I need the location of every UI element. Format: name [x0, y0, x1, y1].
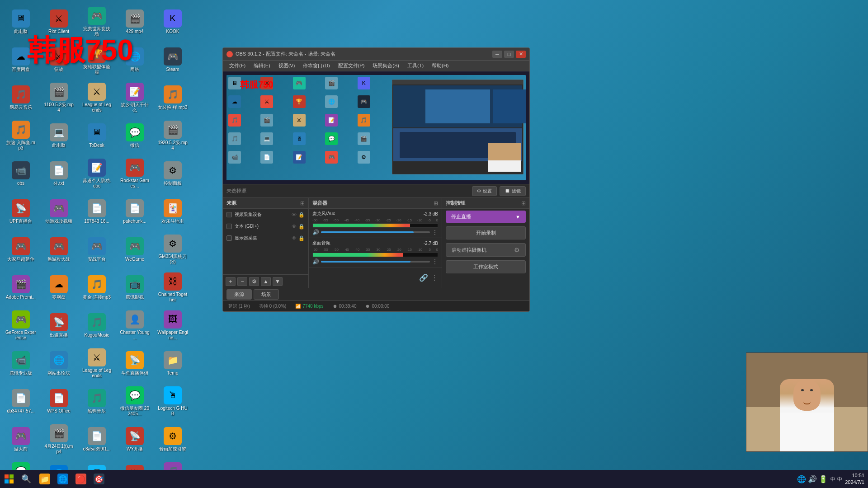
taskbar-item-app2[interactable]: 🎯: [90, 470, 108, 488]
icon-rockstar[interactable]: 🎮 Rockstar Games...: [118, 155, 152, 192]
icon-live[interactable]: 📡 出道直播: [42, 307, 76, 343]
icon-steam[interactable]: 🎮 Steam: [156, 42, 190, 78]
icon-geforce[interactable]: 🎮 GeForce Experience: [4, 307, 38, 343]
icon-todesk[interactable]: 🖥 ToDesk: [80, 117, 114, 154]
icon-file-3[interactable]: 📄 e8a5a399f1...: [80, 421, 114, 457]
obs-maximize-button[interactable]: □: [504, 51, 514, 58]
icon-file-2[interactable]: 📄 db34747 57...: [4, 383, 38, 419]
mixer-mute-button-mic[interactable]: 🔊: [312, 229, 319, 235]
source-up-button[interactable]: ▲: [261, 277, 271, 286]
icon-mp3-1[interactable]: 🎵 女装扮·样.mp3: [156, 80, 190, 116]
source-eye-icon-3[interactable]: 👁: [292, 235, 297, 241]
taskbar-item-edge[interactable]: 🌐: [54, 470, 71, 488]
obs-menu-dock[interactable]: 停靠窗口(D): [299, 61, 333, 70]
icon-wps[interactable]: 📄 WPS Office: [42, 383, 76, 419]
mixer-volume-slider-desktop[interactable]: [321, 261, 430, 263]
battery-icon[interactable]: 🔋: [819, 475, 828, 483]
controls-panel-expand-icon[interactable]: ⊞: [521, 200, 526, 206]
mixer-more-button-mic[interactable]: ⋮: [432, 229, 438, 236]
icon-kook[interactable]: K KOOK: [156, 4, 190, 40]
icon-game-2[interactable]: 🎮 大家马超延伸: [4, 231, 38, 267]
start-button[interactable]: [0, 470, 18, 488]
icon-chester-young[interactable]: 👤 Chester Young ...: [118, 307, 152, 343]
obs-menu-profile[interactable]: 配置文件(P): [335, 61, 368, 70]
tab-scenes[interactable]: 来源: [226, 289, 252, 300]
icon-guxiang[interactable]: 📝 故乡·明天干什么: [118, 80, 152, 116]
ime-indicator[interactable]: 中: [830, 476, 835, 483]
icon-gm354[interactable]: ⚙ GM354黑核刀 (S): [156, 231, 190, 267]
virtual-cam-button[interactable]: 启动虚拟摄像机 ⚙: [446, 243, 526, 257]
icon-game-3[interactable]: 🎮 魅游攻大战: [42, 231, 76, 267]
icon-kugou2[interactable]: 🎵 酷狗音乐: [80, 383, 114, 419]
icon-mp3-2[interactable]: 🎵 旅途·入阵鱼.mp3: [4, 117, 38, 154]
volume-icon[interactable]: 🔊: [808, 475, 817, 483]
vcam-settings-icon[interactable]: ⚙: [514, 246, 520, 253]
icon-mp4-2[interactable]: 🎬 1100.5.2级.mp4: [42, 80, 76, 116]
mixer-more-icon[interactable]: ⋮: [431, 273, 438, 282]
icon-tencent-tv[interactable]: 📺 腾讯影视: [118, 269, 152, 305]
icon-audio-engine[interactable]: ⚙ 音画加速引擎: [156, 421, 190, 457]
icon-pake[interactable]: 📄 pakehunk...: [118, 193, 152, 230]
icon-mp4-3[interactable]: 🎬 1920.5.2级.mp4: [156, 117, 190, 154]
obs-close-button[interactable]: ✕: [516, 51, 526, 58]
start-record-button[interactable]: 开始录制: [446, 226, 526, 239]
studio-mode-button[interactable]: 工作室模式: [446, 260, 526, 273]
icon-douyu[interactable]: 📡 斗鱼直播伴侣: [118, 345, 152, 381]
icon-mp3-3[interactable]: 🎵 黄金·连接mp3: [80, 269, 114, 305]
mixer-volume-slider-mic[interactable]: [321, 231, 430, 233]
source-settings-button[interactable]: ⚙: [249, 277, 259, 286]
source-checkbox-video[interactable]: [226, 212, 232, 217]
icon-doc[interactable]: 📝 苏道个人阶功.doc: [80, 155, 114, 192]
icon-kugou[interactable]: 🎵 KugouMusic: [80, 307, 114, 343]
icon-doudizhu[interactable]: 🃏 欢乐斗地主: [156, 193, 190, 230]
obs-menu-file[interactable]: 文件(F): [226, 61, 249, 70]
icon-obs[interactable]: 📹 obs: [4, 155, 38, 192]
source-lock-icon[interactable]: 🔒: [298, 212, 305, 218]
taskbar-item-app1[interactable]: 🔴: [72, 470, 90, 488]
icon-cloud[interactable]: ☁ 零网盘: [42, 269, 76, 305]
mixer-panel-expand-icon[interactable]: ⊞: [434, 200, 438, 206]
obs-settings-button[interactable]: ⚙ 停止直播 设置: [472, 186, 497, 196]
source-lock-icon-3[interactable]: 🔒: [298, 235, 305, 241]
icon-txt[interactable]: 📄 分.txt: [42, 155, 76, 192]
mixer-link-icon[interactable]: 🔗: [419, 273, 428, 282]
source-item-text[interactable]: 文本 (GDI+) 👁 🔒: [223, 221, 308, 232]
source-add-button[interactable]: +: [226, 277, 236, 286]
search-button[interactable]: 🔍: [18, 471, 34, 487]
source-item-display[interactable]: 显示器采集 👁 🔒: [223, 232, 308, 244]
icon-wallpaper[interactable]: 🖼 Wallpaper Engine...: [156, 307, 190, 343]
icon-logitech[interactable]: 🖱 Logitech G HUB: [156, 383, 190, 419]
source-remove-button[interactable]: −: [237, 277, 247, 286]
source-checkbox-text[interactable]: [226, 224, 232, 229]
icon-adobe[interactable]: 🎬 Adobe Premi...: [4, 269, 38, 305]
icon-tencent-pro[interactable]: 📹 腾讯专业版: [4, 345, 38, 381]
icon-game-video[interactable]: 🎮 动游戏攻视频: [42, 193, 76, 230]
network-icon[interactable]: 🌐: [797, 475, 806, 483]
icon-chained-together[interactable]: ⛓ Chained Together: [156, 269, 190, 305]
source-checkbox-display[interactable]: [226, 235, 232, 241]
obs-menu-scene-collection[interactable]: 场景集合(S): [369, 61, 403, 70]
obs-filter-button[interactable]: 🔲 滤镜: [500, 186, 526, 196]
sources-panel-expand-icon[interactable]: ⊞: [300, 200, 305, 206]
obs-menu-edit[interactable]: 编辑(E): [250, 61, 274, 70]
icon-control-panel[interactable]: ⚙ 控制面板: [156, 155, 190, 192]
icon-wegame[interactable]: 🎮 WeGame: [118, 231, 152, 267]
source-lock-icon-2[interactable]: 🔒: [298, 224, 305, 230]
obs-menu-view[interactable]: 视图(V): [275, 61, 299, 70]
icon-file-1[interactable]: 📄 167843 16...: [80, 193, 114, 230]
icon-mp4-4[interactable]: 🎬 4月24日1(t).mp4: [42, 421, 76, 457]
source-eye-icon[interactable]: 👁: [292, 212, 297, 218]
icon-temp[interactable]: 📁 Temp: [156, 345, 190, 381]
mixer-mute-button-desktop[interactable]: 🔊: [312, 258, 319, 265]
icon-lol[interactable]: ⚔ League of Legends: [80, 80, 114, 116]
icon-lol-2[interactable]: ⚔ League of Legends: [80, 345, 114, 381]
obs-menu-tools[interactable]: 工具(T): [404, 61, 427, 70]
ime-en-indicator[interactable]: 中: [837, 476, 842, 483]
icon-upf[interactable]: 📡 UPF直播台: [4, 193, 38, 230]
icon-netease[interactable]: 🎵 网易云音乐: [4, 80, 38, 116]
icon-this-pc[interactable]: 💻 此电脑: [42, 117, 76, 154]
icon-wechat[interactable]: 💬 微信: [118, 117, 152, 154]
icon-you-daqian[interactable]: 🎮 游大前: [4, 421, 38, 457]
icon-anquan[interactable]: 🎮 安战平台: [80, 231, 114, 267]
obs-menu-help[interactable]: 帮助(H): [428, 61, 452, 70]
